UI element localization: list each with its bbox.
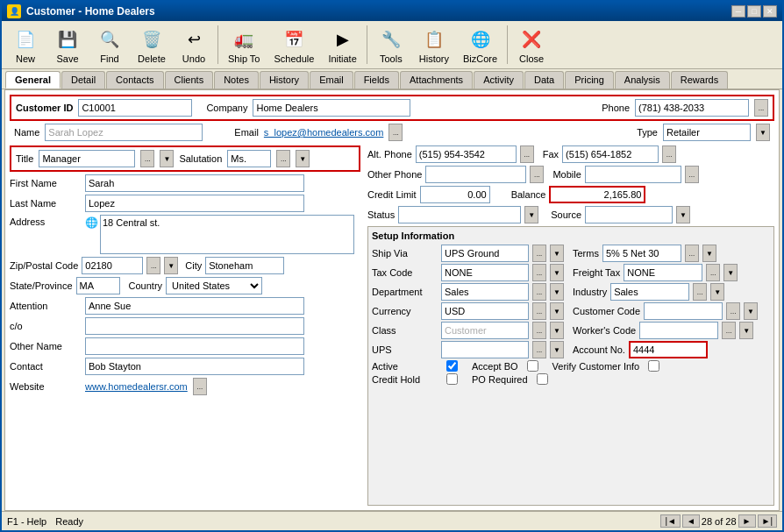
tax-code-input[interactable] <box>441 264 529 281</box>
zip-input[interactable] <box>82 257 143 274</box>
accept-bo-checkbox[interactable] <box>527 360 538 372</box>
tab-rewards[interactable]: Rewards <box>671 71 728 89</box>
tab-email[interactable]: Email <box>310 71 353 89</box>
other-name-input[interactable] <box>85 337 304 355</box>
tools-button[interactable]: 🔧 Tools <box>371 23 411 67</box>
tab-detail[interactable]: Detail <box>61 71 105 89</box>
last-name-input[interactable] <box>85 195 304 212</box>
industry-ellipsis[interactable]: ... <box>693 283 707 301</box>
tab-general[interactable]: General <box>5 71 61 89</box>
tab-clients[interactable]: Clients <box>165 71 214 89</box>
currency-input[interactable] <box>441 302 529 320</box>
contact-input[interactable] <box>85 358 304 375</box>
freight-tax-dropdown[interactable]: ▼ <box>723 264 738 281</box>
account-no-input[interactable] <box>629 341 708 358</box>
tab-activity[interactable]: Activity <box>474 71 524 89</box>
customer-id-input[interactable] <box>78 99 192 117</box>
tab-analysis[interactable]: Analysis <box>615 71 670 89</box>
freight-tax-ellipsis[interactable]: ... <box>706 264 720 281</box>
customer-code-ellipsis[interactable]: ... <box>726 302 740 320</box>
department-dropdown[interactable]: ▼ <box>550 283 564 301</box>
state-input[interactable] <box>76 277 120 294</box>
tab-pricing[interactable]: Pricing <box>565 71 614 89</box>
terms-ellipsis[interactable]: ... <box>685 245 699 262</box>
name-input[interactable] <box>45 124 203 141</box>
type-dropdown[interactable]: ▼ <box>756 124 770 141</box>
find-button[interactable]: 🔍 Find <box>89 23 130 67</box>
status-dropdown[interactable]: ▼ <box>524 206 538 223</box>
zip-ellipsis[interactable]: ... <box>146 257 160 274</box>
email-ellipsis[interactable]: ... <box>388 124 403 141</box>
delete-button[interactable]: 🗑️ Delete <box>132 23 172 67</box>
alt-phone-ellipsis[interactable]: ... <box>520 145 534 163</box>
source-dropdown[interactable]: ▼ <box>676 206 690 223</box>
type-input[interactable] <box>663 124 751 141</box>
minimize-button[interactable]: ─ <box>731 5 745 18</box>
ship-via-ellipsis[interactable]: ... <box>532 245 546 262</box>
ups-dropdown[interactable]: ▼ <box>550 341 564 358</box>
ups-ellipsis[interactable]: ... <box>532 341 546 358</box>
co-input[interactable] <box>85 317 304 335</box>
city-input[interactable] <box>205 257 284 274</box>
currency-ellipsis[interactable]: ... <box>532 302 546 320</box>
initiate-button[interactable]: ▶ Initiate <box>322 23 362 67</box>
freight-tax-input[interactable] <box>624 264 702 281</box>
alt-phone-input[interactable] <box>416 145 517 163</box>
country-select[interactable]: United States <box>166 277 262 294</box>
attention-input[interactable] <box>85 297 304 315</box>
po-required-checkbox[interactable] <box>537 373 548 385</box>
industry-dropdown[interactable]: ▼ <box>710 283 724 301</box>
address-input[interactable]: 18 Central st. <box>100 215 354 254</box>
ups-input[interactable] <box>441 341 529 358</box>
department-ellipsis[interactable]: ... <box>532 283 546 301</box>
bizcore-button[interactable]: 🌐 BizCore <box>457 23 503 67</box>
department-input[interactable] <box>441 283 529 301</box>
terms-dropdown[interactable]: ▼ <box>702 245 716 262</box>
save-button[interactable]: 💾 Save <box>47 23 88 67</box>
industry-input[interactable] <box>610 283 689 301</box>
close-button[interactable]: ❌ Close <box>511 23 552 67</box>
workers-code-dropdown[interactable]: ▼ <box>739 322 753 339</box>
class-ellipsis[interactable]: ... <box>532 322 546 339</box>
other-phone-ellipsis[interactable]: ... <box>530 166 544 183</box>
fax-ellipsis[interactable]: ... <box>662 145 676 163</box>
tab-notes[interactable]: Notes <box>214 71 259 89</box>
last-record-button[interactable]: ►| <box>758 514 778 528</box>
ship-via-dropdown[interactable]: ▼ <box>550 245 564 262</box>
schedule-button[interactable]: 📅 Schedule <box>268 23 321 67</box>
email-value[interactable]: s_lopez@homedealers.com <box>264 127 384 138</box>
currency-dropdown[interactable]: ▼ <box>550 302 564 320</box>
title-input[interactable] <box>39 150 135 167</box>
phone-input[interactable] <box>635 99 749 117</box>
credit-hold-checkbox[interactable] <box>446 373 458 385</box>
source-input[interactable] <box>585 206 673 223</box>
customer-code-input[interactable] <box>644 302 723 320</box>
history-button[interactable]: 📋 History <box>413 23 455 67</box>
salutation-dropdown[interactable]: ▼ <box>296 150 310 167</box>
website-ellipsis[interactable]: ... <box>193 378 207 395</box>
title-ellipsis[interactable]: ... <box>140 150 154 167</box>
prev-record-button[interactable]: ◄ <box>682 514 700 528</box>
other-phone-input[interactable] <box>425 166 526 183</box>
tax-code-ellipsis[interactable]: ... <box>532 264 546 281</box>
status-input[interactable] <box>398 206 521 223</box>
class-dropdown[interactable]: ▼ <box>550 322 564 339</box>
terms-input[interactable] <box>602 245 681 262</box>
credit-limit-input[interactable] <box>420 186 490 203</box>
maximize-button[interactable]: □ <box>747 5 761 18</box>
next-record-button[interactable]: ► <box>738 514 756 528</box>
mobile-ellipsis[interactable]: ... <box>685 166 699 183</box>
tab-contacts[interactable]: Contacts <box>106 71 163 89</box>
zip-dropdown[interactable]: ▼ <box>164 257 178 274</box>
first-record-button[interactable]: |◄ <box>660 514 681 528</box>
workers-code-input[interactable] <box>639 322 718 339</box>
workers-code-ellipsis[interactable]: ... <box>722 322 736 339</box>
tab-fields[interactable]: Fields <box>354 71 399 89</box>
company-input[interactable] <box>253 99 410 117</box>
salutation-input[interactable] <box>227 150 271 167</box>
tab-history[interactable]: History <box>260 71 309 89</box>
tax-code-dropdown[interactable]: ▼ <box>550 264 564 281</box>
balance-input[interactable] <box>549 186 645 203</box>
first-name-input[interactable] <box>85 174 304 192</box>
shipto-button[interactable]: 🚛 Ship To <box>222 23 267 67</box>
